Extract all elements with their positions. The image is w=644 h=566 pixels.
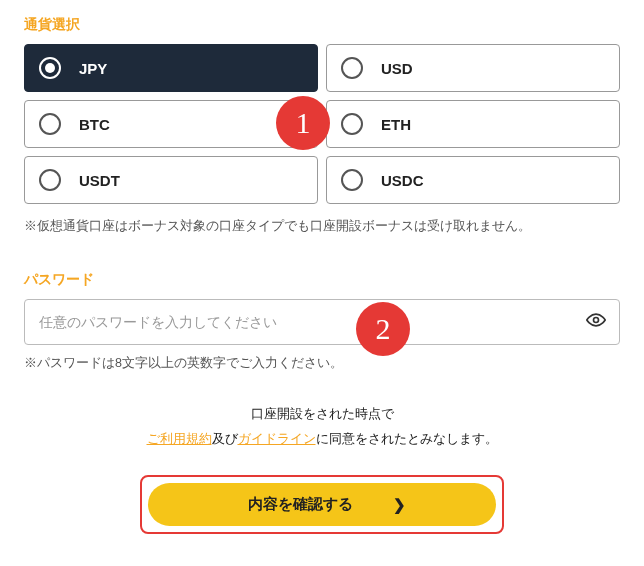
currency-option-usd[interactable]: USD [326,44,620,92]
terms-link-tos[interactable]: ご利用規約 [147,431,212,446]
currency-option-btc[interactable]: BTC [24,100,318,148]
currency-option-label: USDT [79,172,120,189]
radio-icon [341,169,363,191]
currency-option-usdc[interactable]: USDC [326,156,620,204]
currency-option-eth[interactable]: ETH [326,100,620,148]
currency-option-label: BTC [79,116,110,133]
svg-point-0 [594,318,599,323]
submit-wrap: 内容を確認する ❯ [24,475,620,534]
currency-option-usdt[interactable]: USDT [24,156,318,204]
terms-mid: 及び [212,431,238,446]
eye-icon[interactable] [586,310,606,334]
callout-badge-2: 2 [356,302,410,356]
password-section-label: パスワード [24,271,620,289]
radio-icon [39,169,61,191]
currency-option-label: JPY [79,60,107,77]
callout-badge-1: 1 [276,96,330,150]
password-input[interactable] [24,299,620,345]
currency-section-label: 通貨選択 [24,16,620,34]
currency-option-jpy[interactable]: JPY [24,44,318,92]
radio-icon [341,57,363,79]
radio-icon [341,113,363,135]
currency-option-label: USD [381,60,413,77]
terms-link-guideline[interactable]: ガイドライン [238,431,316,446]
terms-tail: に同意をされたとみなします。 [316,431,498,446]
submit-highlight-box: 内容を確認する ❯ [140,475,504,534]
currency-option-label: USDC [381,172,424,189]
password-hint: ※パスワードは8文字以上の英数字でご入力ください。 [24,355,620,372]
radio-icon [39,57,61,79]
confirm-button[interactable]: 内容を確認する ❯ [148,483,496,526]
confirm-button-label: 内容を確認する [248,495,353,514]
terms-line1: 口座開設をされた時点で [251,406,394,421]
currency-note: ※仮想通貨口座はボーナス対象の口座タイプでも口座開設ボーナスは受け取れません。 [24,218,620,235]
radio-icon [39,113,61,135]
password-field-wrap [24,299,620,345]
terms-block: 口座開設をされた時点で ご利用規約及びガイドラインに同意をされたとみなします。 [24,402,620,451]
currency-option-label: ETH [381,116,411,133]
chevron-right-icon: ❯ [393,496,406,514]
